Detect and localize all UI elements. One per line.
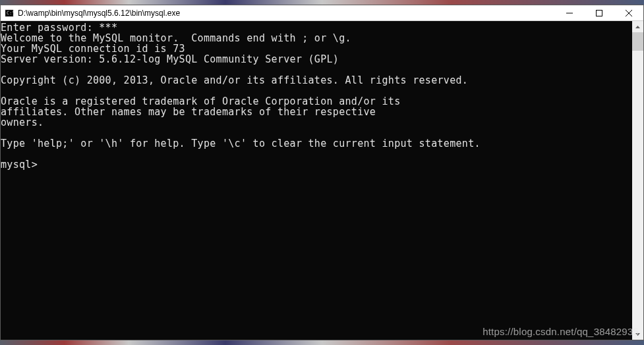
svg-marker-6	[635, 26, 640, 28]
svg-rect-3	[596, 10, 602, 16]
scroll-track[interactable]	[632, 32, 643, 329]
scroll-thumb[interactable]	[632, 32, 643, 51]
background-strip-top	[0, 0, 644, 5]
scroll-down-arrow[interactable]	[632, 329, 643, 340]
vertical-scrollbar[interactable]	[632, 21, 643, 340]
titlebar[interactable]: C:\ D:\wamp\bin\mysql\mysql5.6.12\bin\my…	[1, 5, 643, 21]
background-strip-bottom	[0, 340, 644, 345]
window-controls	[554, 5, 643, 20]
close-button[interactable]	[614, 5, 643, 20]
svg-text:C:\: C:\	[7, 11, 14, 16]
maximize-button[interactable]	[584, 5, 614, 20]
terminal-output[interactable]: Enter password: *** Welcome to the MySQL…	[1, 21, 632, 340]
app-icon: C:\	[4, 8, 15, 18]
svg-marker-7	[635, 333, 640, 336]
window-title: D:\wamp\bin\mysql\mysql5.6.12\bin\mysql.…	[18, 9, 554, 18]
scroll-up-arrow[interactable]	[632, 21, 643, 32]
console-window: C:\ D:\wamp\bin\mysql\mysql5.6.12\bin\my…	[0, 5, 644, 340]
terminal-container: Enter password: *** Welcome to the MySQL…	[1, 21, 643, 340]
minimize-button[interactable]	[554, 5, 584, 20]
